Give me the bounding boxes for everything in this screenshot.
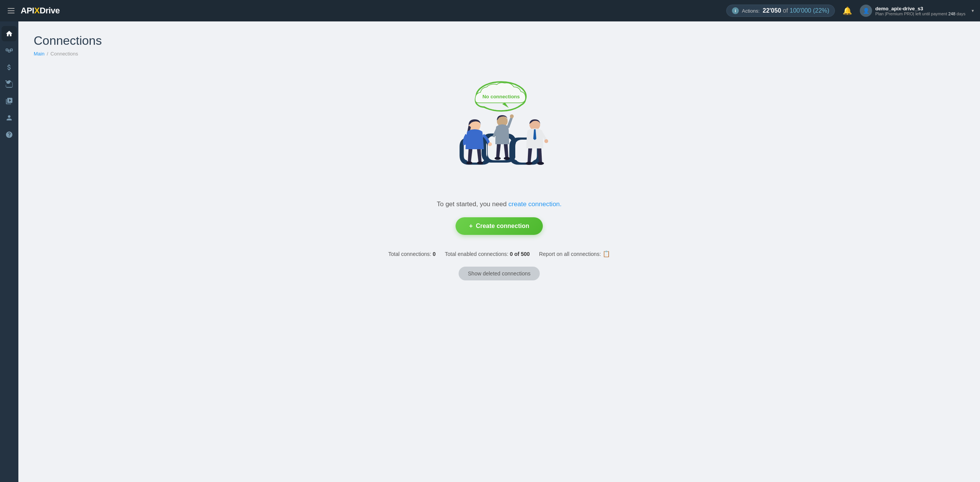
user-plan: Plan |Premium PRO| left until payment 24… xyxy=(875,11,965,16)
menu-button[interactable] xyxy=(6,7,16,15)
logo-drive: Drive xyxy=(39,6,60,15)
cloud-bubble: No connections xyxy=(475,82,526,111)
tagline-link[interactable]: create connection. xyxy=(508,200,562,208)
total-enabled-val: 0 of 500 xyxy=(510,251,530,257)
total-connections-label: Total connections: xyxy=(388,251,431,257)
svg-line-4 xyxy=(10,50,11,50)
user-name: demo_apix-drive_s3 xyxy=(875,6,965,11)
page-title: Connections xyxy=(34,34,965,48)
svg-point-18 xyxy=(510,114,514,118)
svg-rect-1 xyxy=(10,49,12,51)
sidebar-item-billing[interactable] xyxy=(2,60,17,75)
notifications-button[interactable]: 🔔 xyxy=(840,5,855,17)
sidebar xyxy=(0,21,18,482)
user-area[interactable]: 👤 demo_apix-drive_s3 Plan |Premium PRO| … xyxy=(860,5,974,17)
logo-text: APIXDrive xyxy=(21,6,60,16)
svg-rect-0 xyxy=(6,49,8,51)
main-content: Connections Main / Connections xyxy=(18,21,980,482)
sidebar-item-connections[interactable] xyxy=(2,43,17,58)
sidebar-item-profile[interactable] xyxy=(2,110,17,125)
svg-point-14 xyxy=(466,161,472,164)
logo-api: API xyxy=(21,6,34,15)
logo-x: X xyxy=(34,6,39,15)
logo: APIXDrive xyxy=(21,6,60,16)
actions-label: Actions: xyxy=(742,8,760,14)
total-enabled: Total enabled connections: 0 of 500 xyxy=(445,251,530,257)
svg-text:No connections: No connections xyxy=(482,94,520,99)
svg-point-20 xyxy=(504,157,510,160)
svg-point-23 xyxy=(526,162,532,165)
svg-point-16 xyxy=(488,142,492,146)
actions-pct: (22%) xyxy=(813,7,830,14)
total-connections-val: 0 xyxy=(433,251,436,257)
breadcrumb: Main / Connections xyxy=(34,51,965,57)
body-wrap: Connections Main / Connections xyxy=(0,21,980,482)
breadcrumb-current: Connections xyxy=(51,51,78,57)
actions-of: of xyxy=(783,7,790,14)
info-icon: i xyxy=(732,7,739,14)
topnav: APIXDrive i Actions: 22'050 of 100'000 (… xyxy=(0,0,980,21)
tagline-prefix: To get started, you need xyxy=(437,200,506,208)
chevron-down-icon: ▾ xyxy=(972,8,974,13)
total-connections: Total connections: 0 xyxy=(388,251,436,257)
user-info: demo_apix-drive_s3 Plan |Premium PRO| le… xyxy=(875,6,965,16)
svg-point-22 xyxy=(544,139,548,143)
report-icon[interactable]: 📋 xyxy=(603,250,610,257)
illustration: No connections xyxy=(434,77,564,191)
breadcrumb-separator: / xyxy=(47,51,48,57)
plan-days: 248 xyxy=(948,11,955,16)
sidebar-item-apps[interactable] xyxy=(2,77,17,92)
report-label: Report on all connections: xyxy=(539,251,601,257)
actions-stats: 22'050 of 100'000 (22%) xyxy=(763,7,829,14)
actions-total: 100'000 xyxy=(790,7,811,14)
sidebar-item-help[interactable] xyxy=(2,127,17,142)
actions-pill: i Actions: 22'050 of 100'000 (22%) xyxy=(726,5,835,17)
svg-rect-2 xyxy=(8,50,10,52)
create-connection-button[interactable]: + Create connection xyxy=(456,217,543,235)
show-deleted-connections-button[interactable]: Show deleted connections xyxy=(459,267,539,280)
svg-point-15 xyxy=(477,161,483,164)
actions-used: 22'050 xyxy=(763,7,781,14)
sidebar-item-video[interactable] xyxy=(2,93,17,109)
breadcrumb-main[interactable]: Main xyxy=(34,51,44,57)
center-section: No connections xyxy=(34,69,965,296)
stats-row: Total connections: 0 Total enabled conne… xyxy=(388,250,610,257)
svg-point-24 xyxy=(537,162,544,165)
avatar: 👤 xyxy=(860,5,872,17)
tagline: To get started, you need create connecti… xyxy=(437,200,562,208)
create-btn-icon: + xyxy=(469,223,473,230)
svg-line-3 xyxy=(8,50,8,50)
svg-point-19 xyxy=(495,157,501,160)
total-enabled-label: Total enabled connections: xyxy=(445,251,508,257)
sidebar-item-home[interactable] xyxy=(2,26,17,41)
create-btn-label: Create connection xyxy=(476,223,529,230)
report: Report on all connections: 📋 xyxy=(539,250,610,257)
